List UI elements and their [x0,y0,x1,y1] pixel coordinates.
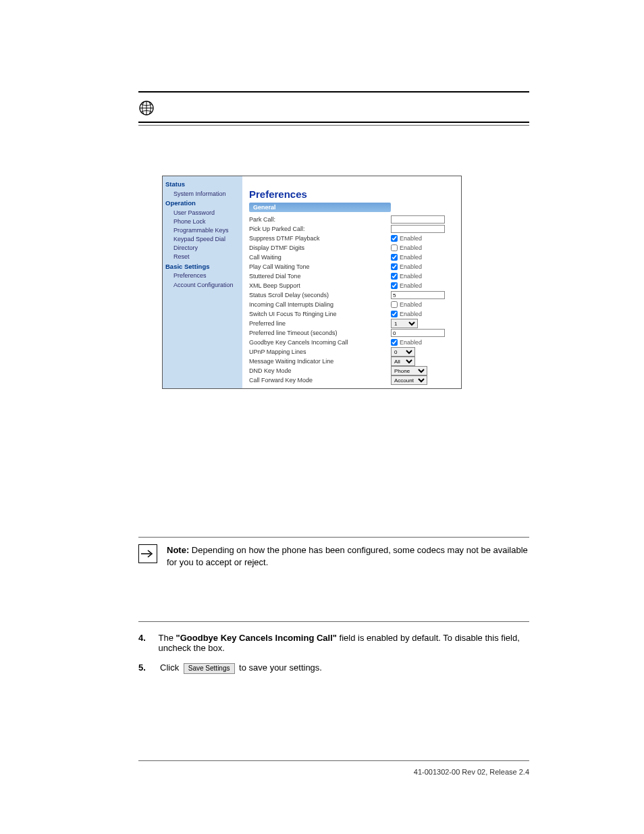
lbl-scroll-delay: Status Scroll Delay (seconds) [249,292,391,298]
sel-mwi-line[interactable]: All [391,357,415,366]
sidebar-hdr-operation: Operation [165,199,240,208]
sel-pref-line[interactable]: 1 [391,319,418,328]
chk-goodbye-cancel[interactable] [391,339,398,346]
chk-suppress-dtmf[interactable] [391,235,398,242]
sel-upnp[interactable]: 0 [391,347,415,357]
sidebar-item-userpw[interactable]: User Password [165,209,240,217]
preferences-title: Preferences [249,188,456,200]
note-body: Depending on how the phone has been conf… [167,545,528,567]
step5-b: to save your settings. [237,662,322,673]
input-pref-line-timeout[interactable] [391,329,445,337]
sidebar-item-account[interactable]: Account Configuration [165,281,240,289]
en-label: Enabled [400,235,422,242]
lbl-xml-beep: XML Beep Support [249,282,391,289]
webui-main: Preferences General Park Call: Pick Up P… [242,176,461,388]
step5-a: Click [160,662,182,673]
en-label: Enabled [400,254,422,261]
note-arrow-icon [138,544,157,563]
sidebar-item-speeddial[interactable]: Keypad Speed Dial [165,235,240,243]
lbl-mwi-line: Message Waiting Indicator Line [249,358,391,365]
lbl-call-waiting: Call Waiting [249,254,391,261]
en-label: Enabled [400,244,422,251]
lbl-park-call: Park Call: [249,216,391,223]
save-settings-button[interactable]: Save Settings [184,663,235,674]
lbl-upnp: UPnP Mapping Lines [249,348,391,355]
input-park-call[interactable] [391,215,445,224]
en-label: Enabled [400,311,422,317]
sidebar-item-preferences[interactable]: Preferences [165,271,240,280]
chk-xml-beep[interactable] [391,282,398,289]
globe-icon [138,100,155,116]
lbl-pref-line-timeout: Preferred line Timeout (seconds) [249,330,391,336]
lbl-suppress-dtmf: Suppress DTMF Playback [249,235,391,242]
chk-display-dtmf[interactable] [391,244,398,251]
lbl-pref-line: Preferred line [249,320,391,327]
en-label: Enabled [400,273,422,280]
lbl-play-cwt: Play Call Waiting Tone [249,263,391,270]
lbl-stutter: Stuttered Dial Tone [249,273,391,280]
note-prefix: Note: [167,545,192,555]
step4-field: "Goodbye Key Cancels Incoming Call" [176,633,337,643]
sidebar-item-phonelock[interactable]: Phone Lock [165,217,240,226]
sidebar-item-reset[interactable]: Reset [165,253,240,261]
sidebar-hdr-status: Status [165,180,240,189]
sel-cfwd-mode[interactable]: Account [391,375,427,385]
sidebar-item-progkeys[interactable]: Programmable Keys [165,226,240,234]
lbl-switch-focus: Switch UI Focus To Ringing Line [249,311,391,317]
webui-sidebar: Status System Information Operation User… [163,176,242,388]
page: Status System Information Operation User… [0,0,644,834]
lbl-goodbye-cancel: Goodbye Key Cancels Incoming Call [249,339,391,346]
step4-a: The [159,633,176,643]
lbl-cfwd-mode: Call Forward Key Mode [249,377,391,384]
sidebar-item-directory[interactable]: Directory [165,244,240,252]
footer-text: 41-001302-00 Rev 02, Release 2.4 [138,768,529,776]
lbl-pickup: Pick Up Parked Call: [249,226,391,232]
chk-switch-focus[interactable] [391,311,398,317]
header-rule-thin [138,125,529,126]
en-label: Enabled [400,282,422,289]
top-rules [138,91,529,95]
chk-play-cwt[interactable] [391,263,398,270]
chk-call-waiting[interactable] [391,254,398,261]
header-icon-row [138,100,155,116]
step-num: 4. [138,633,149,653]
chk-stutter[interactable] [391,273,398,280]
sidebar-hdr-basic: Basic Settings [165,263,240,271]
sidebar-item-sysinfo[interactable]: System Information [165,190,240,198]
lbl-incoming-interrupt: Incoming Call Interrupts Dialing [249,301,391,308]
sel-dnd-mode[interactable]: Phone [391,366,427,375]
step-5: 5. Click Save Settings to save your sett… [138,662,529,674]
prefs-table: Park Call: Pick Up Parked Call: Suppress… [249,215,456,385]
header-rule-thick [138,122,529,123]
en-label: Enabled [400,301,422,308]
step-4: 4. The "Goodbye Key Cancels Incoming Cal… [138,633,529,653]
lbl-dnd-mode: DND Key Mode [249,367,391,374]
webui-screenshot: Status System Information Operation User… [162,176,462,389]
input-pickup[interactable] [391,225,445,233]
chk-incoming-interrupt[interactable] [391,301,398,308]
en-label: Enabled [400,339,422,346]
step-num: 5. [138,662,151,674]
en-label: Enabled [400,263,422,270]
footer-rule [138,760,529,761]
steps-block: 4. The "Goodbye Key Cancels Incoming Cal… [138,621,529,683]
section-bar-general: General [249,203,391,212]
lbl-display-dtmf: Display DTMF Digits [249,244,391,251]
note-text: Note: Depending on how the phone has bee… [167,544,529,568]
note-block: Note: Depending on how the phone has bee… [138,537,529,568]
input-scroll-delay[interactable] [391,291,445,299]
